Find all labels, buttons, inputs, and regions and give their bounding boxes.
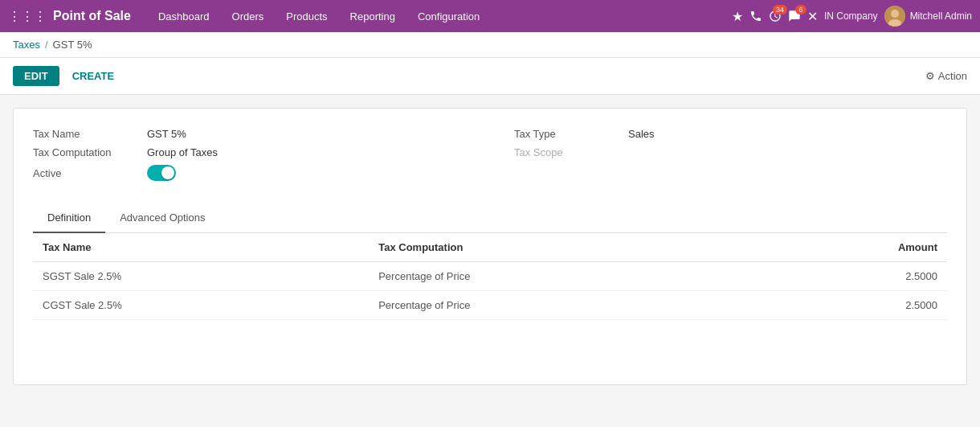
tax-name-value: GST 5%	[147, 128, 186, 140]
row1-tax-computation: Percentage of Price	[369, 262, 747, 291]
active-toggle[interactable]	[147, 165, 176, 181]
nav-configuration[interactable]: Configuration	[406, 0, 491, 32]
create-button[interactable]: CREATE	[66, 66, 120, 86]
nav-menu: Dashboard Orders Products Reporting Conf…	[147, 0, 732, 32]
col-tax-computation: Tax Computation	[369, 233, 747, 262]
chat-badge: 6	[795, 5, 806, 14]
user-name: Mitchell Admin	[910, 10, 972, 22]
tax-computation-row: Tax Computation Group of Taxes	[33, 146, 466, 158]
col-amount: Amount	[747, 233, 947, 262]
tax-scope-row: Tax Scope	[514, 146, 947, 158]
row2-tax-computation: Percentage of Price	[369, 291, 747, 320]
definition-tab-content: Tax Name Tax Computation Amount SGST Sal…	[33, 233, 947, 384]
clock-badge: 34	[773, 5, 787, 14]
form-left-column: Tax Name GST 5% Tax Computation Group of…	[33, 128, 466, 187]
table-header-row: Tax Name Tax Computation Amount	[33, 233, 947, 262]
nav-orders[interactable]: Orders	[221, 0, 276, 32]
toggle-knob	[161, 166, 174, 179]
apps-menu-icon[interactable]: ⋮⋮⋮	[8, 9, 47, 24]
breadcrumb-separator: /	[45, 39, 48, 51]
clock-icon[interactable]: 34	[769, 10, 782, 23]
row2-tax-name: CGST Sale 2.5%	[33, 291, 369, 320]
tax-name-label: Tax Name	[33, 128, 137, 140]
chat-icon[interactable]: 6	[788, 10, 801, 23]
active-label: Active	[33, 167, 137, 179]
row1-amount: 2.5000	[747, 262, 947, 291]
action-menu[interactable]: ⚙ Action	[925, 70, 967, 82]
breadcrumb-current: GST 5%	[53, 39, 92, 51]
table-row[interactable]: CGST Sale 2.5% Percentage of Price 2.500…	[33, 291, 947, 320]
svg-point-1	[891, 10, 899, 18]
star-icon[interactable]: ★	[732, 9, 743, 24]
definition-table: Tax Name Tax Computation Amount SGST Sal…	[33, 233, 947, 320]
tax-scope-label: Tax Scope	[514, 146, 619, 158]
nav-dashboard[interactable]: Dashboard	[147, 0, 221, 32]
edit-button[interactable]: EDIT	[13, 66, 59, 86]
action-label: Action	[938, 70, 967, 82]
row2-amount: 2.5000	[747, 291, 947, 320]
tax-name-row: Tax Name GST 5%	[33, 128, 466, 140]
tab-advanced-options[interactable]: Advanced Options	[105, 203, 219, 233]
tax-type-label: Tax Type	[514, 128, 619, 140]
app-brand-name[interactable]: Point of Sale	[53, 9, 131, 23]
nav-right-area: ★ 34 6 ✕ IN Company Mitchell Admin	[732, 6, 972, 27]
nav-products[interactable]: Products	[275, 0, 338, 32]
close-icon[interactable]: ✕	[807, 9, 818, 24]
phone-icon[interactable]	[749, 10, 762, 23]
breadcrumb: Taxes / GST 5%	[0, 32, 980, 58]
toolbar: EDIT CREATE ⚙ Action	[0, 58, 980, 95]
col-tax-name: Tax Name	[33, 233, 369, 262]
main-content: Tax Name GST 5% Tax Computation Group of…	[0, 95, 980, 398]
company-name[interactable]: IN Company	[824, 10, 878, 22]
table-footer-space	[33, 320, 947, 384]
breadcrumb-parent[interactable]: Taxes	[13, 39, 40, 51]
form-fields: Tax Name GST 5% Tax Computation Group of…	[33, 128, 947, 187]
gear-icon: ⚙	[925, 70, 935, 82]
user-avatar	[884, 6, 905, 27]
nav-reporting[interactable]: Reporting	[339, 0, 406, 32]
active-row: Active	[33, 165, 466, 181]
table-row[interactable]: SGST Sale 2.5% Percentage of Price 2.500…	[33, 262, 947, 291]
tax-type-value: Sales	[628, 128, 655, 140]
row1-tax-name: SGST Sale 2.5%	[33, 262, 369, 291]
form-right-column: Tax Type Sales Tax Scope	[514, 128, 947, 187]
user-menu[interactable]: Mitchell Admin	[884, 6, 972, 27]
tabs-bar: Definition Advanced Options	[33, 203, 947, 233]
record-card: Tax Name GST 5% Tax Computation Group of…	[13, 108, 967, 385]
tax-type-row: Tax Type Sales	[514, 128, 947, 140]
top-navigation: ⋮⋮⋮ Point of Sale Dashboard Orders Produ…	[0, 0, 980, 32]
tax-computation-label: Tax Computation	[33, 146, 137, 158]
tax-computation-value: Group of Taxes	[147, 146, 218, 158]
tab-definition[interactable]: Definition	[33, 203, 105, 233]
